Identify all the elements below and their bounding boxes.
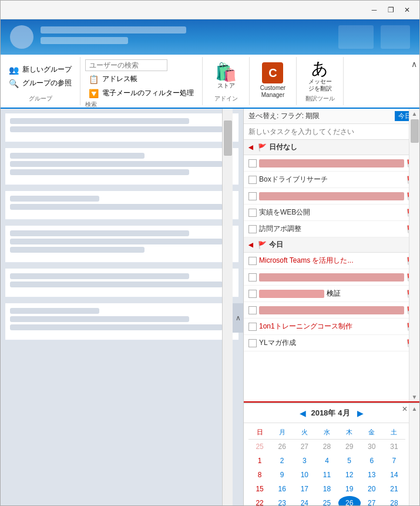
calendar-day[interactable]: 25	[315, 496, 338, 506]
customer-manager-button[interactable]: C Customer Manager	[257, 61, 289, 100]
calendar-day[interactable]: 26	[271, 440, 293, 454]
calendar-day[interactable]: 18	[315, 482, 338, 496]
calendar-day[interactable]: 29	[338, 440, 361, 454]
email-item-3[interactable]	[5, 191, 238, 220]
header-blur-1	[41, 26, 186, 33]
calendar-day[interactable]: 10	[293, 468, 315, 482]
minimize-button[interactable]: ─	[367, 4, 382, 16]
calendar-day[interactable]: 23	[271, 496, 293, 506]
calendar-day[interactable]: 3	[293, 454, 315, 468]
calendar-day[interactable]: 11	[315, 468, 338, 482]
calendar-day[interactable]: 17	[293, 482, 315, 496]
calendar-day[interactable]: 1	[248, 454, 271, 468]
task-item-blurred-3[interactable]: 🚩	[244, 269, 419, 286]
ribbon-group-group-items: 👥 新しいグループ 🔍 グループの参照	[5, 59, 75, 93]
task-checkbox[interactable]	[248, 339, 257, 347]
task-checkbox[interactable]	[248, 209, 257, 217]
task-checkbox[interactable]	[248, 192, 257, 200]
translate-button[interactable]: あ メッセージを翻訳	[305, 59, 335, 93]
ribbon-content: 👥 新しいグループ 🔍 グループの参照 グループ	[1, 55, 419, 108]
restore-button[interactable]: ❐	[383, 4, 398, 16]
task-checkbox[interactable]	[248, 159, 257, 167]
calendar-day[interactable]: 6	[361, 454, 383, 468]
header-avatar-3	[381, 25, 410, 49]
email-item-2[interactable]	[5, 148, 238, 185]
ribbon-collapse-button[interactable]: ∧	[411, 59, 417, 69]
calendar-prev-button[interactable]: ◀	[295, 407, 311, 419]
task-item-blurred-4[interactable]: 🚩	[244, 302, 419, 319]
ribbon-group-search: 📋 アドレス帳 🔽 電子メールのフィルター処理 検索	[80, 57, 203, 105]
calendar-day[interactable]: 13	[361, 468, 383, 482]
blur-line	[10, 161, 223, 167]
task-checkbox[interactable]	[248, 273, 257, 282]
calendar-panel: ✕ ◀ 2018年 4月 ▶ 日 月 火 水 木 金	[244, 403, 419, 506]
calendar-day[interactable]: 28	[383, 496, 405, 506]
cal-scroll-track	[409, 413, 419, 506]
browse-group-button[interactable]: 🔍 グループの参照	[5, 77, 75, 89]
search-input[interactable]	[85, 59, 167, 71]
email-item-6[interactable]	[5, 303, 238, 340]
calendar-day[interactable]: 15	[248, 482, 271, 496]
calendar-day[interactable]: 24	[293, 496, 315, 506]
calendar-close-button[interactable]: ✕	[402, 405, 408, 413]
calendar-day[interactable]: 16	[271, 482, 293, 496]
task-item-training[interactable]: 1on1トレーニングコース制作 🚩	[244, 319, 419, 335]
address-book-icon: 📋	[89, 75, 99, 84]
calendar-day[interactable]: 2	[271, 454, 293, 468]
task-item-yl-mag[interactable]: YLマガ作成 🚩	[244, 335, 419, 351]
task-item-web-publish[interactable]: 実績をWEB公開 🚩	[244, 205, 419, 221]
calendar-day[interactable]: 9	[271, 468, 293, 482]
email-item-1[interactable]	[5, 113, 238, 142]
calendar-day[interactable]: 26	[338, 496, 361, 506]
ribbon-group-group-label: グループ	[29, 95, 52, 103]
close-button[interactable]: ✕	[399, 4, 415, 16]
scroll-up-btn[interactable]: ▲	[409, 109, 419, 118]
task-checkbox[interactable]	[248, 176, 257, 184]
calendar-day[interactable]: 14	[383, 468, 405, 482]
calendar-scrollbar[interactable]: ▲ ▼	[409, 404, 419, 506]
calendar-day[interactable]: 21	[383, 482, 405, 496]
task-sort-bar: 並べ替え: フラグ: 期限 今日	[244, 109, 419, 124]
task-item-box-drive[interactable]: Boxドライブリサーチ 🚩	[244, 172, 419, 188]
calendar-day[interactable]: 19	[338, 482, 361, 496]
store-button[interactable]: 🛍️ ストア	[211, 62, 240, 91]
calendar-day[interactable]: 5	[338, 454, 361, 468]
cal-scroll-up[interactable]: ▲	[409, 404, 419, 413]
task-checkbox[interactable]	[248, 225, 257, 233]
task-item-teams[interactable]: Microsoft Teams を活用した... 🚩	[244, 253, 419, 269]
calendar-day[interactable]: 27	[361, 496, 383, 506]
calendar-day[interactable]: 12	[338, 468, 361, 482]
ribbon-group-customer-manager: C Customer Manager	[250, 57, 297, 105]
task-scrollbar[interactable]: ▲ ▼	[409, 109, 419, 401]
task-checkbox[interactable]	[248, 323, 257, 331]
left-panel-scrollbar[interactable]	[222, 109, 233, 506]
calendar-day[interactable]: 28	[315, 440, 338, 454]
address-book-button[interactable]: 📋 アドレス帳	[85, 73, 141, 85]
task-checkbox[interactable]	[248, 290, 257, 298]
email-item-5[interactable]	[5, 269, 238, 297]
task-checkbox[interactable]	[248, 306, 257, 314]
calendar-day[interactable]: 30	[361, 440, 383, 454]
calendar-day[interactable]: 31	[383, 440, 405, 454]
calendar-day[interactable]: 25	[248, 440, 271, 454]
task-item-visit-adjust[interactable]: 訪問アポ調整 🚩	[244, 221, 419, 237]
new-group-button[interactable]: 👥 新しいグループ	[5, 63, 75, 76]
calendar-next-button[interactable]: ▶	[352, 407, 368, 419]
calendar-day[interactable]: 4	[315, 454, 338, 468]
email-list-panel: ∧	[1, 109, 243, 506]
task-item-verify[interactable]: 検証 🚩	[244, 286, 419, 302]
calendar-day[interactable]: 7	[383, 454, 405, 468]
task-item-blurred-2[interactable]: 🚩	[244, 188, 419, 205]
task-item-blurred-1[interactable]: 🚩	[244, 155, 419, 172]
email-item-4[interactable]	[5, 226, 238, 263]
calendar-day[interactable]: 20	[361, 482, 383, 496]
weekday-tue: 火	[293, 428, 315, 437]
scroll-down-btn[interactable]: ▼	[409, 392, 419, 401]
email-filter-button[interactable]: 🔽 電子メールのフィルター処理	[85, 87, 197, 99]
new-task-input[interactable]	[244, 124, 419, 140]
task-checkbox[interactable]	[248, 257, 257, 265]
calendar-day[interactable]: 8	[248, 468, 271, 482]
panel-collapse-button[interactable]: ∧	[233, 303, 243, 333]
calendar-day[interactable]: 27	[293, 440, 315, 454]
calendar-day[interactable]: 22	[248, 496, 271, 506]
